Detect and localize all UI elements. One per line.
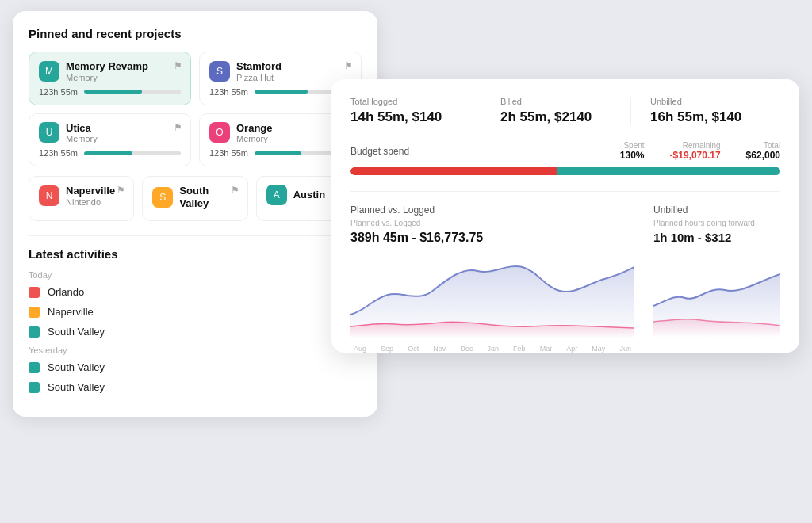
- activity-dot-sv-y2: [29, 382, 40, 393]
- activity-name-naperville: Naperville: [48, 306, 94, 318]
- project-time-0: 123h 55m: [39, 87, 78, 97]
- progress-fill-0: [84, 90, 142, 94]
- x-label-jan: Jan: [487, 345, 499, 353]
- progress-fill-3: [255, 151, 301, 155]
- budget-meta: Spent 130% Remaining -$19,070.17 Total $…: [620, 141, 780, 161]
- x-label-may: May: [592, 345, 605, 353]
- project-icon-memory-revamp: M: [39, 61, 59, 82]
- activity-orlando: Orlando: [29, 286, 362, 298]
- x-label-aug: Aug: [354, 345, 366, 353]
- project-time-2: 123h 55m: [39, 148, 78, 158]
- pinned-projects-title: Pinned and recent projects: [29, 27, 362, 40]
- x-label-feb: Feb: [513, 345, 526, 353]
- project-sub-small-0: Nintendo: [66, 197, 124, 207]
- progress-fill-2: [84, 151, 132, 155]
- x-label-dec: Dec: [460, 345, 473, 353]
- budget-remaining: Remaining -$19,070.17: [670, 141, 721, 161]
- today-label: Today: [29, 270, 362, 280]
- activity-south-valley-today: South Valley: [29, 326, 362, 338]
- activity-dot-sv-y1: [29, 362, 40, 373]
- yesterday-label: Yesterday: [29, 345, 362, 355]
- project-card-memory-revamp[interactable]: M Memory Revamp Memory ⚑ 123h 55m: [29, 52, 191, 105]
- project-icon-orange: O: [209, 122, 230, 143]
- stat-total-logged: Total logged 14h 55m, $140: [350, 97, 481, 125]
- project-icon-south-valley: S: [152, 187, 173, 208]
- project-card-naperville[interactable]: N Naperville Nintendo ⚑: [29, 176, 134, 221]
- activity-name-sv-today: South Valley: [48, 326, 105, 338]
- chart-value-planned: 389h 45m - $16,773.75: [350, 231, 634, 245]
- budget-bar-red: [350, 167, 557, 175]
- pin-icon-2: ⚑: [174, 122, 182, 133]
- pin-icon-sm-0: ⚑: [117, 185, 125, 196]
- unbilled-block: Unbilled Planned hours going forward 1h …: [653, 204, 780, 353]
- budget-remaining-label: Remaining: [670, 141, 721, 150]
- activity-naperville: Naperville: [29, 306, 362, 318]
- activity-dot-orlando: [29, 287, 40, 298]
- x-label-apr: Apr: [566, 345, 577, 353]
- pin-icon-sm-1: ⚑: [231, 185, 239, 196]
- progress-fill-1: [255, 90, 308, 94]
- activity-name-sv-y2: South Valley: [48, 381, 105, 393]
- budget-total-value: $62,000: [746, 150, 780, 161]
- project-name-0: Memory Revamp: [66, 60, 181, 73]
- progress-bar-0: [84, 90, 181, 94]
- project-sub-2: Memory: [66, 134, 181, 143]
- stat-billed: Billed 2h 55m, $2140: [481, 97, 630, 125]
- x-label-nov: Nov: [433, 345, 446, 353]
- budget-spent-label: Spent: [620, 141, 645, 150]
- x-label-mar: Mar: [540, 345, 553, 353]
- x-label-oct: Oct: [408, 345, 419, 353]
- stat-value-0: 14h 55m, $140: [350, 109, 462, 125]
- budget-spent-value: 130%: [620, 150, 645, 161]
- card-divider: [29, 235, 362, 236]
- progress-bar-2: [84, 151, 181, 155]
- unbilled-chart-svg: [653, 250, 780, 338]
- left-card: Pinned and recent projects M Memory Reva…: [13, 11, 377, 417]
- activity-south-valley-y2: South Valley: [29, 381, 362, 393]
- pin-icon-0: ⚑: [174, 60, 182, 71]
- activity-dot-naperville: [29, 307, 40, 318]
- project-icon-austin: A: [266, 185, 287, 205]
- project-sub-1: Pizza Hut: [236, 73, 351, 82]
- stat-unbilled: Unbilled 16h 55m, $140: [630, 97, 780, 125]
- stat-value-2: 16h 55m, $140: [650, 109, 761, 125]
- project-sub-0: Memory: [66, 73, 181, 82]
- project-icon-naperville: N: [39, 185, 59, 206]
- stat-label-2: Unbilled: [650, 97, 761, 106]
- project-name-2: Utica: [66, 122, 181, 135]
- budget-bar-green: [557, 167, 780, 175]
- x-label-sep: Sep: [381, 345, 393, 353]
- chart-value-unbilled: 1h 10m - $312: [653, 231, 780, 244]
- chart-title-planned: Planned vs. Logged: [350, 204, 634, 216]
- project-name-small-1: South Valley: [179, 185, 237, 209]
- chart-title-unbilled: Unbilled: [653, 204, 780, 216]
- project-card-south-valley[interactable]: S South Valley ⚑: [142, 176, 247, 221]
- project-time-1: 123h 55m: [209, 87, 248, 97]
- pin-icon-1: ⚑: [344, 60, 353, 71]
- projects-grid: M Memory Revamp Memory ⚑ 123h 55m S Stam…: [29, 52, 362, 166]
- project-name-small-0: Naperville: [66, 185, 124, 197]
- project-name-1: Stamford: [236, 60, 351, 73]
- activity-name-orlando: Orlando: [48, 286, 84, 298]
- stats-row: Total logged 14h 55m, $140 Billed 2h 55m…: [350, 97, 780, 125]
- stat-label-1: Billed: [500, 97, 611, 106]
- activities-title: Latest activities: [29, 247, 362, 261]
- budget-label: Budget spend: [350, 146, 409, 157]
- chart-sub-planned: Planned vs. Logged: [350, 219, 634, 227]
- projects-row2: N Naperville Nintendo ⚑ S South Valley ⚑…: [29, 176, 362, 221]
- budget-bar-track: [350, 167, 780, 175]
- budget-header: Budget spend Spent 130% Remaining -$19,0…: [350, 141, 780, 161]
- budget-remaining-value: -$19,070.17: [670, 150, 721, 161]
- planned-vs-logged-block: Planned vs. Logged Planned vs. Logged 38…: [350, 204, 634, 353]
- project-time-3: 123h 55m: [209, 148, 248, 158]
- chart-sub-unbilled: Planned hours going forward: [653, 219, 780, 227]
- planned-chart-svg: [350, 251, 634, 338]
- budget-spent: Spent 130%: [620, 141, 645, 161]
- activity-name-sv-y1: South Valley: [48, 361, 105, 373]
- activity-dot-sv-today: [29, 326, 40, 338]
- project-icon-stamford: S: [209, 61, 230, 82]
- activity-south-valley-y1: South Valley: [29, 361, 362, 373]
- project-card-utica[interactable]: U Utica Memory ⚑ 123h 55m: [29, 113, 191, 167]
- budget-section: Budget spend Spent 130% Remaining -$19,0…: [350, 141, 780, 175]
- budget-total: Total $62,000: [746, 141, 780, 161]
